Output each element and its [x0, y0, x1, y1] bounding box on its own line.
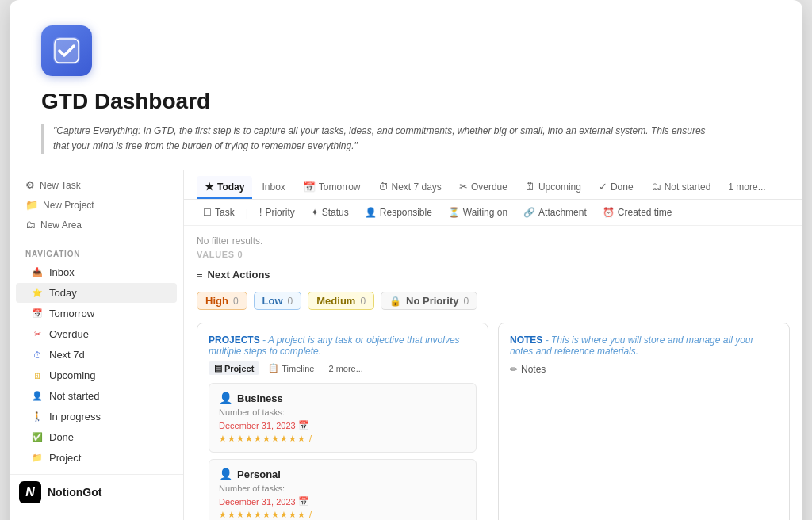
new-task-icon: ⚙: [25, 179, 35, 191]
upcoming-icon: 🗓: [32, 370, 43, 381]
content-area: ★ Today Inbox 📅 Tomorrow ⏱ Next 7 days ✂…: [184, 170, 802, 520]
notes-tab-icon: ✏: [510, 364, 518, 375]
tomorrow-tab-icon: 📅: [303, 181, 316, 193]
filter-attachment[interactable]: 🔗 Attachment: [517, 205, 593, 220]
upcoming-tab-icon: 🗓: [525, 181, 535, 193]
tab-today[interactable]: ★ Today: [197, 176, 252, 199]
business-icon: 👤: [219, 392, 232, 404]
notes-card-title: NOTES - This is where you will store and…: [510, 335, 778, 357]
priority-high-badge[interactable]: High 0: [197, 292, 247, 310]
overdue-icon: ✂: [32, 329, 43, 340]
personal-icon: 👤: [219, 468, 232, 480]
tab-notstarted[interactable]: 🗂 Not started: [643, 176, 719, 199]
sidebar: ⚙ New Task 📁 New Project 🗂 New Area NAVI…: [10, 170, 184, 520]
project-card-tabs: ▤ Project 📋 Timeline 2 more...: [209, 361, 477, 375]
business-date: December 31, 2023 📅: [219, 420, 466, 430]
business-project-card: 👤 Business Number of tasks: December 31,…: [209, 383, 477, 453]
waiting-filter-icon: ⏳: [448, 207, 460, 218]
tab-next7days[interactable]: ⏱ Next 7 days: [370, 176, 450, 199]
section-header: ≡ Next Actions: [197, 266, 790, 284]
tab-upcoming[interactable]: 🗓 Upcoming: [517, 176, 589, 199]
sidebar-item-tomorrow[interactable]: 📅 Tomorrow: [16, 304, 177, 323]
values-label: VALUES 0: [197, 250, 790, 259]
personal-date: December 31, 2023 📅: [219, 496, 466, 507]
task-filter-icon: ☐: [203, 207, 212, 218]
page-header: GTD Dashboard "Capture Everything: In GT…: [10, 0, 802, 170]
project-tab-more[interactable]: 2 more...: [323, 362, 368, 375]
next7d-icon: ⏱: [32, 350, 43, 361]
new-project-button[interactable]: 📁 New Project: [19, 196, 174, 214]
filter-priority[interactable]: ! Priority: [253, 205, 301, 220]
priority-medium-badge[interactable]: Medium 0: [308, 292, 374, 310]
sidebar-bottom: N NotionGot: [10, 474, 183, 510]
sidebar-item-upcoming[interactable]: 🗓 Upcoming: [16, 365, 177, 385]
sidebar-item-notstarted[interactable]: 👤 Not started: [16, 386, 177, 406]
personal-sub: Number of tasks:: [219, 484, 466, 493]
filter-responsible[interactable]: 👤 Responsible: [358, 205, 439, 220]
status-filter-icon: ✦: [311, 207, 319, 218]
sidebar-item-done[interactable]: ✅ Done: [16, 427, 177, 447]
filter-task[interactable]: ☐ Task: [197, 205, 241, 220]
lock-icon: 🔒: [389, 296, 401, 307]
project-icon: 📁: [32, 453, 43, 464]
notes-card: NOTES - This is where you will store and…: [498, 323, 790, 520]
filter-created-time[interactable]: ⏰ Created time: [596, 205, 679, 220]
tabs-bar: ★ Today Inbox 📅 Tomorrow ⏱ Next 7 days ✂…: [184, 170, 802, 200]
cards-grid: PROJECTS - A project is any task or obje…: [197, 323, 790, 520]
sidebar-item-today[interactable]: ⭐ Today: [16, 283, 177, 303]
calendar-icon: 📅: [298, 420, 309, 430]
sidebar-item-next7d[interactable]: ⏱ Next 7d: [16, 345, 177, 365]
notes-tab[interactable]: ✏ Notes: [510, 361, 778, 377]
sidebar-item-inprogress[interactable]: 🚶 In progress: [16, 407, 177, 426]
business-sub: Number of tasks:: [219, 407, 466, 417]
notion-label: NotionGot: [48, 486, 102, 499]
today-tab-icon: ★: [205, 181, 214, 193]
new-project-icon: 📁: [25, 199, 38, 211]
new-area-icon: 🗂: [25, 219, 36, 231]
app-icon: [41, 25, 92, 76]
priority-none-badge[interactable]: 🔒 No Priority 0: [381, 292, 477, 310]
personal-project-card: 👤 Personal Number of tasks: December 31,…: [209, 459, 477, 520]
priority-filter-icon: !: [259, 207, 262, 218]
projects-card-title: PROJECTS - A project is any task or obje…: [209, 335, 477, 357]
personal-title: 👤 Personal: [219, 468, 466, 480]
app-window: GTD Dashboard "Capture Everything: In GT…: [10, 0, 802, 520]
sidebar-actions: ⚙ New Task 📁 New Project 🗂 New Area: [10, 176, 183, 242]
sidebar-item-overdue[interactable]: ✂ Overdue: [16, 324, 177, 344]
new-task-button[interactable]: ⚙ New Task: [19, 176, 174, 194]
timeline-icon: 📋: [268, 363, 279, 373]
personal-stars: ★★★★★★★★★★ /: [219, 510, 466, 520]
content-body: No filter results. VALUES 0 ≡ Next Actio…: [184, 226, 802, 520]
filter-bar: ☐ Task | ! Priority ✦ Status 👤 Responsib…: [184, 200, 802, 226]
tomorrow-icon: 📅: [32, 308, 43, 319]
overdue-tab-icon: ✂: [459, 181, 468, 193]
today-icon: ⭐: [32, 288, 43, 299]
done-tab-icon: ✓: [599, 181, 607, 193]
created-time-filter-icon: ⏰: [603, 207, 615, 218]
project-tab-timeline[interactable]: 📋 Timeline: [262, 361, 320, 375]
project-tab-project[interactable]: ▤ Project: [209, 361, 259, 375]
filter-status[interactable]: ✦ Status: [304, 205, 355, 220]
attachment-filter-icon: 🔗: [523, 207, 535, 218]
notion-logo: N: [19, 481, 41, 503]
main-content: ⚙ New Task 📁 New Project 🗂 New Area NAVI…: [10, 170, 802, 520]
priority-groups: High 0 Low 0 Medium 0 🔒 No Priority 0: [197, 292, 790, 310]
projects-card: PROJECTS - A project is any task or obje…: [197, 323, 488, 520]
svg-rect-0: [53, 37, 80, 64]
tab-done[interactable]: ✓ Done: [591, 176, 642, 199]
tab-inbox[interactable]: Inbox: [254, 177, 293, 199]
priority-low-badge[interactable]: Low 0: [254, 292, 302, 310]
tab-tomorrow[interactable]: 📅 Tomorrow: [295, 176, 369, 199]
tab-more[interactable]: 1 more...: [720, 177, 773, 199]
new-area-button[interactable]: 🗂 New Area: [19, 216, 174, 234]
filter-waiting-on[interactable]: ⏳ Waiting on: [442, 205, 514, 220]
business-stars: ★★★★★★★★★★ /: [219, 434, 466, 444]
notstarted-tab-icon: 🗂: [651, 181, 661, 193]
next-actions-icon: ≡: [197, 269, 203, 281]
quote-block: "Capture Everything: In GTD, the first s…: [41, 124, 723, 154]
personal-calendar-icon: 📅: [298, 496, 309, 507]
sidebar-item-project[interactable]: 📁 Project: [16, 448, 177, 468]
sidebar-item-inbox[interactable]: 📥 Inbox: [16, 262, 177, 282]
tab-overdue[interactable]: ✂ Overdue: [451, 176, 515, 199]
inprogress-icon: 🚶: [32, 411, 43, 422]
